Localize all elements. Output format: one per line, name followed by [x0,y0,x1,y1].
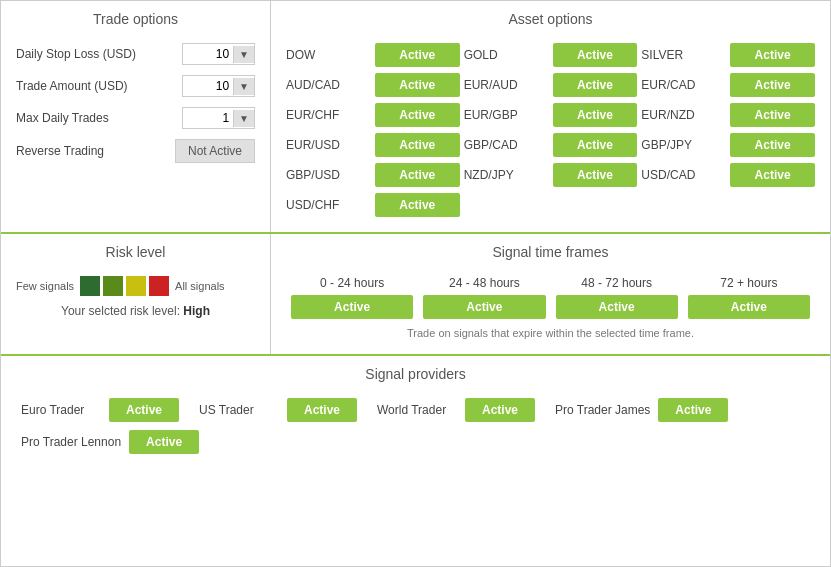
world-trader-btn[interactable]: Active [465,398,535,422]
asset-btn-usdchf[interactable]: Active [375,193,460,217]
timeframe-72plus-label: 72 + hours [720,276,777,290]
timeframe-48-72-label: 48 - 72 hours [581,276,652,290]
timeframe-0-24: 0 - 24 hours Active [291,276,413,319]
max-daily-trades-input[interactable] [183,108,233,128]
euro-trader-label: Euro Trader [21,403,101,417]
signal-timeframes-panel: Signal time frames 0 - 24 hours Active 2… [271,234,830,354]
max-daily-trades-label: Max Daily Trades [16,111,182,125]
middle-section: Risk level Few signals All signals Your … [1,234,830,356]
asset-btn-eurgbp[interactable]: Active [553,103,638,127]
asset-options-panel: Asset options DOW Active GOLD Active SIL… [271,1,830,232]
asset-label-usdchf: USD/CHF [286,198,371,212]
signal-providers-title: Signal providers [21,366,810,386]
asset-btn-audcad[interactable]: Active [375,73,460,97]
us-trader-btn[interactable]: Active [287,398,357,422]
asset-label-usdcad: USD/CAD [641,168,726,182]
trade-amount-input[interactable] [183,76,233,96]
risk-sq-4[interactable] [149,276,169,296]
signal-providers-panel: Signal providers Euro Trader Active US T… [1,356,830,469]
asset-btn-eurchf[interactable]: Active [375,103,460,127]
max-daily-trades-input-wrap: ▼ [182,107,255,129]
few-signals-label: Few signals [16,280,74,292]
daily-stop-loss-input[interactable] [183,44,233,64]
asset-btn-gbpjpy[interactable]: Active [730,133,815,157]
timeframes-grid: 0 - 24 hours Active 24 - 48 hours Active… [291,276,810,319]
trade-amount-label: Trade Amount (USD) [16,79,182,93]
asset-label-gold: GOLD [464,48,549,62]
asset-btn-gbpusd[interactable]: Active [375,163,460,187]
asset-btn-euraud[interactable]: Active [553,73,638,97]
providers-row1: Euro Trader Active US Trader Active Worl… [21,398,810,422]
daily-stop-loss-dropdown[interactable]: ▼ [233,46,254,63]
asset-btn-usdcad[interactable]: Active [730,163,815,187]
timeframe-24-48-label: 24 - 48 hours [449,276,520,290]
asset-btn-silver[interactable]: Active [730,43,815,67]
asset-label-dow: DOW [286,48,371,62]
risk-note: Your selcted risk level: High [16,304,255,318]
asset-btn-dow[interactable]: Active [375,43,460,67]
timeframe-0-24-btn[interactable]: Active [291,295,413,319]
reverse-trading-button[interactable]: Not Active [175,139,255,163]
timeframe-0-24-label: 0 - 24 hours [320,276,384,290]
pro-trader-james-btn[interactable]: Active [658,398,728,422]
asset-label-eurgbp: EUR/GBP [464,108,549,122]
pro-trader-lennon-btn[interactable]: Active [129,430,199,454]
provider-pro-trader-james: Pro Trader James Active [555,398,728,422]
timeframe-note: Trade on signals that expire within the … [291,327,810,339]
provider-us-trader: US Trader Active [199,398,357,422]
asset-grid: DOW Active GOLD Active SILVER Active AUD… [286,43,815,217]
max-daily-trades-row: Max Daily Trades ▼ [16,107,255,129]
daily-stop-loss-input-wrap: ▼ [182,43,255,65]
asset-btn-gbpcad[interactable]: Active [553,133,638,157]
trade-amount-row: Trade Amount (USD) ▼ [16,75,255,97]
max-daily-trades-dropdown[interactable]: ▼ [233,110,254,127]
timeframe-48-72-btn[interactable]: Active [556,295,678,319]
asset-label-eurusd: EUR/USD [286,138,371,152]
reverse-trading-row: Reverse Trading Not Active [16,139,255,163]
asset-label-euraud: EUR/AUD [464,78,549,92]
risk-level-panel: Risk level Few signals All signals Your … [1,234,271,354]
asset-label-nzdjpy: NZD/JPY [464,168,549,182]
signal-timeframes-title: Signal time frames [291,244,810,264]
asset-btn-eurusd[interactable]: Active [375,133,460,157]
asset-label-eurchf: EUR/CHF [286,108,371,122]
trade-options-panel: Trade options Daily Stop Loss (USD) ▼ Tr… [1,1,271,232]
risk-sq-2[interactable] [103,276,123,296]
asset-options-title: Asset options [286,11,815,31]
timeframe-24-48-btn[interactable]: Active [423,295,545,319]
pro-trader-james-label: Pro Trader James [555,403,650,417]
asset-label-gbpjpy: GBP/JPY [641,138,726,152]
daily-stop-loss-row: Daily Stop Loss (USD) ▼ [16,43,255,65]
pro-trader-lennon-label: Pro Trader Lennon [21,435,121,449]
daily-stop-loss-label: Daily Stop Loss (USD) [16,47,182,61]
timeframe-72plus: 72 + hours Active [688,276,810,319]
asset-btn-nzdjpy[interactable]: Active [553,163,638,187]
trade-amount-dropdown[interactable]: ▼ [233,78,254,95]
provider-euro-trader: Euro Trader Active [21,398,179,422]
asset-label-eurnzd: EUR/NZD [641,108,726,122]
risk-level-value: High [183,304,210,318]
us-trader-label: US Trader [199,403,279,417]
timeframe-72plus-btn[interactable]: Active [688,295,810,319]
main-container: Trade options Daily Stop Loss (USD) ▼ Tr… [0,0,831,567]
top-section: Trade options Daily Stop Loss (USD) ▼ Tr… [1,1,830,234]
risk-squares [80,276,169,296]
provider-world-trader: World Trader Active [377,398,535,422]
asset-label-gbpcad: GBP/CAD [464,138,549,152]
asset-label-silver: SILVER [641,48,726,62]
trade-options-title: Trade options [16,11,255,31]
risk-sq-3[interactable] [126,276,146,296]
timeframe-48-72: 48 - 72 hours Active [556,276,678,319]
reverse-trading-label: Reverse Trading [16,144,175,158]
all-signals-label: All signals [175,280,225,292]
trade-amount-input-wrap: ▼ [182,75,255,97]
asset-btn-eurnzd[interactable]: Active [730,103,815,127]
asset-label-eurcad: EUR/CAD [641,78,726,92]
asset-btn-gold[interactable]: Active [553,43,638,67]
risk-bar: Few signals All signals [16,276,255,296]
risk-level-title: Risk level [16,244,255,264]
euro-trader-btn[interactable]: Active [109,398,179,422]
risk-sq-1[interactable] [80,276,100,296]
asset-btn-eurcad[interactable]: Active [730,73,815,97]
timeframe-24-48: 24 - 48 hours Active [423,276,545,319]
